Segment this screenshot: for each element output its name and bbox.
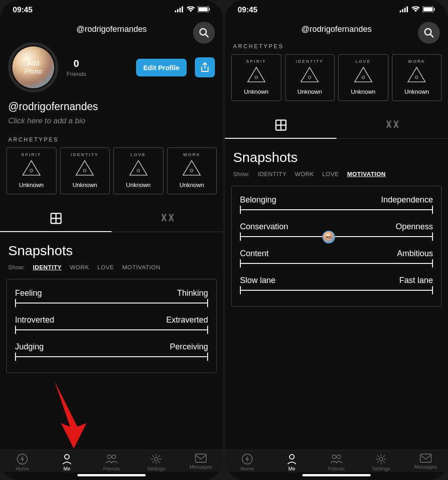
- person-icon: [286, 453, 298, 465]
- header-username: @rodrigofernandes: [233, 25, 440, 34]
- header: @rodrigofernandes: [0, 20, 223, 37]
- slider-track[interactable]: [15, 303, 208, 303]
- svg-rect-22: [400, 10, 401, 12]
- home-indicator[interactable]: [77, 474, 146, 476]
- search-button[interactable]: [418, 22, 440, 44]
- archetype-card-spirit[interactable]: SPIRIT Unknown: [231, 54, 281, 101]
- archetype-card-identity[interactable]: IDENTITY Unknown: [60, 147, 110, 194]
- svg-rect-1: [177, 9, 178, 12]
- nav-home[interactable]: Home: [225, 453, 270, 471]
- friends-label: Friends: [66, 71, 86, 77]
- triangle-icon: [182, 160, 201, 176]
- profile-row: Add Photo 0 Friends Edit Profile: [0, 37, 223, 99]
- filter-work[interactable]: WORK: [70, 264, 89, 271]
- nav-me[interactable]: Me: [45, 453, 89, 471]
- filter-identity[interactable]: IDENTITY: [258, 171, 286, 177]
- phone-screen-right: 09:45 @rodrigofernandes ARCHETYPES SPIRI…: [225, 0, 448, 480]
- slider-track[interactable]: [240, 290, 433, 291]
- nav-me[interactable]: Me: [270, 453, 314, 471]
- gear-icon: [150, 453, 162, 465]
- svg-rect-6: [209, 8, 210, 10]
- filter-love[interactable]: LOVE: [322, 171, 339, 177]
- filter-motivation[interactable]: MOTIVATION: [122, 264, 161, 271]
- svg-point-19: [112, 455, 116, 459]
- signal-icon: [175, 5, 184, 15]
- slider-track[interactable]: [240, 263, 433, 264]
- people-icon: [330, 453, 343, 465]
- search-button[interactable]: [193, 22, 215, 44]
- status-bar: 09:45: [0, 0, 223, 20]
- nav-friends[interactable]: Friends: [314, 453, 359, 471]
- svg-point-31: [255, 76, 258, 79]
- filter-motivation[interactable]: MOTIVATION: [347, 171, 386, 177]
- profile-username: @rodrigofernandes: [8, 101, 215, 113]
- svg-point-41: [337, 455, 341, 459]
- archetype-card-love[interactable]: LOVE Unknown: [113, 147, 163, 194]
- svg-line-30: [430, 34, 433, 37]
- nav-messages[interactable]: Messages: [178, 453, 223, 471]
- triangle-icon: [22, 160, 41, 176]
- triangle-icon: [247, 66, 266, 83]
- nav-settings[interactable]: Settings: [134, 453, 178, 471]
- match-icon: [385, 119, 400, 129]
- header-username: @rodrigofernandes: [8, 25, 215, 34]
- bolt-icon: [241, 453, 253, 465]
- tab-grid[interactable]: [0, 207, 112, 232]
- gear-icon: [375, 453, 387, 465]
- avatar-placeholder: Add Photo: [12, 46, 54, 88]
- svg-rect-0: [175, 10, 176, 12]
- triangle-icon: [129, 160, 148, 176]
- archetype-card-love[interactable]: LOVE Unknown: [338, 54, 388, 101]
- tabs: [0, 207, 223, 232]
- svg-rect-3: [182, 6, 183, 12]
- filter-love[interactable]: LOVE: [97, 264, 114, 271]
- slider-track[interactable]: [15, 329, 208, 330]
- avatar-add-photo[interactable]: Add Photo: [8, 42, 58, 92]
- svg-point-42: [379, 457, 383, 461]
- snapshots-filter-row: Show: IDENTITY WORK LOVE MOTIVATION: [0, 262, 223, 279]
- sliders-card: BelongingIndependence ConservationOpenne…: [231, 186, 442, 307]
- svg-line-8: [205, 34, 208, 37]
- slider-thumb[interactable]: RO: [322, 231, 335, 243]
- svg-rect-5: [199, 7, 208, 11]
- slider-track[interactable]: [240, 209, 433, 210]
- slider-row: Slow laneFast lane: [240, 276, 433, 291]
- svg-point-18: [107, 455, 111, 459]
- nav-settings[interactable]: Settings: [359, 453, 403, 471]
- svg-point-39: [290, 455, 294, 459]
- battery-icon: [198, 5, 210, 15]
- filter-label: Show:: [233, 171, 249, 177]
- tab-match[interactable]: [336, 114, 448, 138]
- archetype-card-work[interactable]: WORK Unknown: [167, 147, 217, 194]
- bottom-nav: Home Me Friends Settings Messages: [225, 450, 448, 472]
- slider-track[interactable]: RO: [240, 236, 433, 237]
- archetype-card-identity[interactable]: IDENTITY Unknown: [285, 54, 335, 101]
- filter-identity[interactable]: IDENTITY: [33, 264, 61, 271]
- nav-home[interactable]: Home: [0, 453, 45, 471]
- slider-track[interactable]: [15, 356, 208, 357]
- tab-match[interactable]: [112, 207, 223, 232]
- tab-grid[interactable]: [225, 114, 336, 138]
- archetype-card-work[interactable]: WORK Unknown: [392, 54, 442, 101]
- bio-placeholder[interactable]: Click here to add a bio: [8, 116, 215, 126]
- share-button[interactable]: [195, 57, 215, 77]
- match-icon: [160, 212, 175, 222]
- slider-row: ConservationOpenness RO: [240, 222, 433, 237]
- slider-row: ContentAmbitious: [240, 249, 433, 264]
- filter-work[interactable]: WORK: [295, 171, 314, 177]
- home-indicator[interactable]: [302, 474, 371, 476]
- people-icon: [105, 453, 118, 465]
- snapshots-title: Snapshots: [225, 139, 448, 169]
- bottom-nav: Home Me Friends Settings Messages: [0, 450, 223, 472]
- snapshots-filter-row: Show: IDENTITY WORK LOVE MOTIVATION: [225, 169, 448, 186]
- friends-count-block[interactable]: 0 Friends: [66, 58, 86, 77]
- slider-row: BelongingIndependence: [240, 195, 433, 210]
- triangle-icon: [407, 66, 426, 83]
- archetype-card-spirit[interactable]: SPIRIT Unknown: [6, 147, 56, 194]
- edit-profile-button[interactable]: Edit Profile: [136, 59, 187, 76]
- nav-friends[interactable]: Friends: [89, 453, 134, 471]
- svg-rect-43: [420, 454, 431, 462]
- wifi-icon: [187, 5, 195, 15]
- nav-messages[interactable]: Messages: [403, 453, 448, 471]
- svg-point-12: [190, 169, 193, 172]
